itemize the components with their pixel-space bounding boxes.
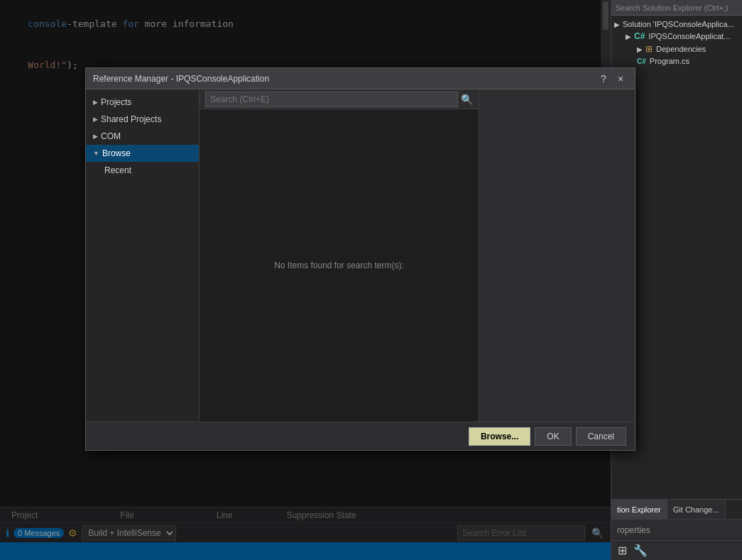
- dialog-close-button[interactable]: ×: [613, 72, 628, 86]
- nav-arrow-browse: ▼: [93, 150, 99, 157]
- dialog-search-bar: 🔍: [200, 89, 479, 109]
- properties-icon-btn-2[interactable]: 🔧: [633, 543, 648, 559]
- nav-item-com[interactable]: ▶ COM: [86, 128, 199, 145]
- properties-label: roperties: [617, 525, 650, 535]
- nav-item-projects[interactable]: ▶ Projects: [86, 94, 199, 111]
- project-expand-icon: ▶: [626, 33, 631, 40]
- no-items-text: No Items found for search term(s):: [274, 260, 404, 270]
- tab-git-label: Git Change...: [673, 505, 719, 514]
- browse-button[interactable]: Browse...: [469, 427, 530, 446]
- dialog-search-input[interactable]: [205, 92, 458, 107]
- dep-expand-icon: ▶: [637, 45, 643, 53]
- dialog-title: Reference Manager - IPQSConsoleApplicati…: [93, 74, 269, 84]
- nav-label-com: COM: [101, 131, 121, 141]
- nav-arrow-shared: ▶: [93, 116, 98, 123]
- properties-bar: roperties: [611, 519, 742, 540]
- dialog-nav: ▶ Projects ▶ Shared Projects ▶ COM ▼ Bro…: [86, 89, 200, 422]
- expand-icon: ▶: [614, 21, 620, 28]
- dialog-titlebar: Reference Manager - IPQSConsoleApplicati…: [86, 68, 635, 89]
- nav-arrow-projects: ▶: [93, 99, 98, 106]
- right-panel-tabs: tion Explorer Git Change...: [611, 499, 742, 519]
- nav-label-shared: Shared Projects: [101, 114, 161, 124]
- nav-item-browse[interactable]: ▼ Browse: [86, 145, 199, 162]
- dialog-detail-panel: [479, 89, 635, 422]
- project-label: IPQSConsoleApplicat...: [648, 32, 730, 40]
- dialog-search-icon: 🔍: [461, 94, 473, 105]
- program-cs-item[interactable]: C# Program.cs: [611, 55, 742, 67]
- project-item[interactable]: ▶ C# IPQSConsoleApplicat...: [611, 30, 742, 43]
- nav-label-projects: Projects: [101, 97, 131, 107]
- dialog-help-button[interactable]: ?: [596, 72, 611, 86]
- dep-icon: ⊞: [645, 44, 653, 54]
- nav-label-browse: Browse: [102, 148, 131, 158]
- properties-icons: ⊞ 🔧: [611, 540, 742, 560]
- nav-item-shared-projects[interactable]: ▶ Shared Projects: [86, 111, 199, 128]
- dependencies-label: Dependencies: [656, 45, 706, 53]
- tab-solution-explorer[interactable]: tion Explorer: [611, 500, 667, 519]
- tab-solution-label: tion Explorer: [617, 505, 661, 514]
- dialog-body: ▶ Projects ▶ Shared Projects ▶ COM ▼ Bro…: [86, 89, 635, 422]
- solution-root[interactable]: ▶ Solution 'IPQSConsoleApplica...: [611, 18, 742, 30]
- dialog-content: 🔍 No Items found for search term(s):: [200, 89, 479, 422]
- solution-search-bar[interactable]: Search Solution Explorer (Ctrl+;): [611, 0, 742, 16]
- nav-arrow-com: ▶: [93, 133, 98, 140]
- tab-git-changes[interactable]: Git Change...: [667, 500, 726, 519]
- csharp-icon: C#: [634, 31, 645, 41]
- solution-label: Solution 'IPQSConsoleApplica...: [623, 20, 734, 28]
- reference-manager-dialog: Reference Manager - IPQSConsoleApplicati…: [85, 67, 635, 451]
- dependencies-item[interactable]: ▶ ⊞ Dependencies: [611, 43, 742, 55]
- properties-icon-btn-1[interactable]: ⊞: [614, 543, 630, 559]
- cancel-button[interactable]: Cancel: [576, 427, 626, 446]
- program-cs-label: Program.cs: [650, 57, 689, 65]
- solution-search-label: Search Solution Explorer (Ctrl+;): [616, 4, 729, 12]
- nav-item-recent[interactable]: Recent: [86, 162, 199, 179]
- dialog-footer: Browse... OK Cancel: [86, 422, 635, 450]
- dialog-main-area: No Items found for search term(s):: [200, 109, 479, 422]
- nav-label-recent: Recent: [104, 165, 131, 175]
- dialog-controls: ? ×: [596, 72, 628, 86]
- ok-button[interactable]: OK: [535, 427, 571, 446]
- cs-file-icon: C#: [637, 57, 646, 65]
